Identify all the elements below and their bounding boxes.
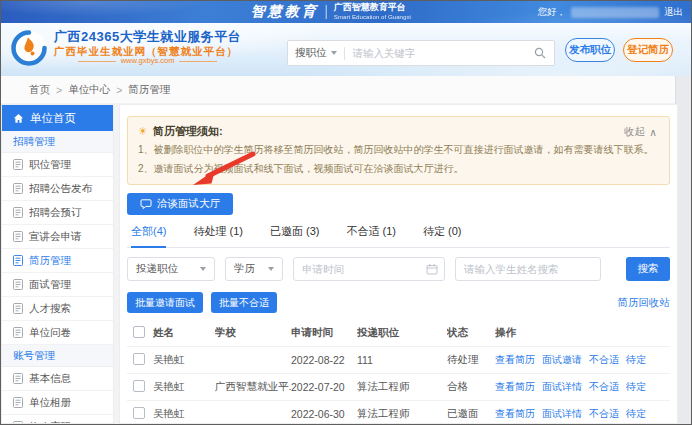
- apply-date-input[interactable]: [293, 257, 445, 281]
- document-icon: [13, 255, 23, 266]
- main-content: ☀ 简历管理须知: 收起 ∧ 1、被删除职位中的学生简历将移至简历回收站，简历回…: [119, 104, 678, 424]
- tab-item[interactable]: 待定 (0): [423, 224, 462, 247]
- document-icon: [13, 421, 23, 424]
- sidebar-item-label: 人才搜索: [29, 302, 71, 316]
- table-body: 吴艳虹2022-08-22111待处理查看简历面试邀请不合适待定吴艳虹广西智慧就…: [127, 346, 670, 424]
- action-link[interactable]: 面试详情: [542, 407, 582, 421]
- register-resume-button[interactable]: 登记简历: [623, 38, 673, 62]
- select-all-checkbox[interactable]: [133, 326, 145, 338]
- job-filter-select[interactable]: 投递职位: [127, 257, 215, 281]
- batch-invite-button[interactable]: 批量邀请面试: [127, 292, 203, 313]
- interview-lobby-label: 洽谈面试大厅: [157, 197, 220, 211]
- header-checkbox-cell: [127, 326, 153, 340]
- page: 智慧教育 广西智慧教育平台 Smart Education of Guangxi…: [0, 0, 692, 425]
- chevron-down-icon: [331, 51, 337, 55]
- row-checkbox[interactable]: [133, 353, 145, 365]
- column-header: 申请时间: [291, 326, 357, 340]
- student-name-input[interactable]: [455, 257, 601, 281]
- sidebar-item[interactable]: 简历管理: [2, 249, 113, 273]
- column-header: 操作: [495, 326, 670, 340]
- cell-actions: 查看简历面试详情不合适待定: [495, 380, 670, 394]
- chevron-down-icon: [268, 267, 274, 271]
- document-icon: [13, 207, 23, 218]
- sidebar-item-home[interactable]: 单位首页: [2, 105, 113, 131]
- cell-status: 待处理: [447, 353, 495, 367]
- site-header: 广西24365大学生就业服务平台 广西毕业生就业网（智慧就业平台） www.gx…: [1, 23, 691, 76]
- platform-name: 广西智慧教育平台: [334, 3, 415, 13]
- cell-position: 算法工程师: [357, 380, 447, 394]
- recycle-bin-link[interactable]: 简历回收站: [618, 296, 671, 310]
- sidebar-section-title: 招聘管理: [2, 131, 113, 153]
- row-checkbox[interactable]: [133, 407, 145, 419]
- action-link[interactable]: 待定: [626, 353, 646, 367]
- sidebar-item[interactable]: 职位管理: [2, 153, 113, 177]
- collapse-toggle[interactable]: 收起 ∧: [624, 125, 657, 139]
- chat-icon: [140, 198, 152, 210]
- cell-school: 广西智慧就业平...: [215, 380, 291, 394]
- action-link[interactable]: 面试邀请: [542, 353, 582, 367]
- logo-text: 广西24365大学生就业服务平台 广西毕业生就业网（智慧就业平台） www.gx…: [54, 30, 241, 66]
- document-icon: [13, 279, 23, 290]
- sidebar-item-label: 单位相册: [29, 396, 71, 410]
- sidebar-item[interactable]: 人才搜索: [2, 297, 113, 321]
- sidebar-item[interactable]: 招聘会预订: [2, 201, 113, 225]
- action-link[interactable]: 不合适: [589, 407, 619, 421]
- action-link[interactable]: 查看简历: [495, 353, 535, 367]
- action-link[interactable]: 查看简历: [495, 407, 535, 421]
- cell-date: 2022-08-22: [291, 354, 357, 366]
- column-header: 状态: [447, 326, 495, 340]
- sidebar-item[interactable]: 面试管理: [2, 273, 113, 297]
- action-link[interactable]: 待定: [626, 407, 646, 421]
- brand-divider: [326, 5, 327, 19]
- action-link[interactable]: 查看简历: [495, 380, 535, 394]
- search-icon[interactable]: [534, 47, 546, 59]
- table-row: 吴艳虹2022-06-30算法工程师已邀面查看简历面试详情不合适待定: [127, 400, 670, 424]
- notice-line-1: 1、被删除职位中的学生简历将移至简历回收站，简历回收站中的学生不可直接进行面试邀…: [138, 142, 659, 158]
- sidebar-item[interactable]: 单位相册: [2, 391, 113, 415]
- tab-item[interactable]: 待处理 (1): [193, 224, 243, 247]
- greeting-label: 您好，: [538, 6, 567, 19]
- sidebar-item[interactable]: 基本信息: [2, 367, 113, 391]
- cell-position: 算法工程师: [357, 407, 447, 421]
- breadcrumb-item[interactable]: 首页: [29, 83, 50, 97]
- tab-item[interactable]: 已邀面 (3): [270, 224, 320, 247]
- chevron-down-icon: [200, 267, 206, 271]
- action-link[interactable]: 待定: [626, 380, 646, 394]
- sidebar-item[interactable]: 宣讲会申请: [2, 225, 113, 249]
- sidebar-item-label: 宣讲会申请: [29, 230, 82, 244]
- tab-item[interactable]: 全部(4): [131, 224, 166, 248]
- row-checkbox[interactable]: [133, 380, 145, 392]
- action-link[interactable]: 面试详情: [542, 380, 582, 394]
- job-search-box: 搜职位: [287, 40, 555, 66]
- cell-actions: 查看简历面试详情不合适待定: [495, 407, 670, 421]
- chevron-up-icon: ∧: [649, 126, 657, 138]
- cell-name: 吴艳虹: [153, 407, 215, 421]
- tab-item[interactable]: 不合适 (1): [346, 224, 396, 247]
- breadcrumb-item[interactable]: 单位中心: [68, 83, 110, 97]
- sidebar-item[interactable]: 单位问卷: [2, 321, 113, 345]
- action-link[interactable]: 不合适: [589, 380, 619, 394]
- cell-date: 2022-06-30: [291, 408, 357, 420]
- sidebar-item[interactable]: 招聘公告发布: [2, 177, 113, 201]
- batch-unsuitable-button[interactable]: 批量不合适: [211, 292, 277, 313]
- row-checkbox-cell: [127, 380, 153, 394]
- keyword-input[interactable]: [345, 47, 535, 59]
- degree-filter-select[interactable]: 学历: [225, 257, 283, 281]
- brand-subtitle: 广西智慧教育平台 Smart Education of Guangxi: [334, 3, 415, 20]
- breadcrumb-item[interactable]: 简历管理: [128, 83, 170, 97]
- search-button[interactable]: 搜索: [626, 257, 670, 281]
- cell-name: 吴艳虹: [153, 353, 215, 367]
- search-category-dropdown[interactable]: 搜职位: [288, 46, 344, 60]
- job-filter-label: 投递职位: [136, 262, 178, 276]
- tabs: 全部(4)待处理 (1)已邀面 (3)不合适 (1)待定 (0): [127, 224, 670, 248]
- site-url: www.gxbys.com: [54, 57, 241, 66]
- publish-job-button[interactable]: 发布职位: [565, 38, 615, 62]
- logout-link[interactable]: 退出: [664, 6, 683, 19]
- interview-lobby-button[interactable]: 洽谈面试大厅: [127, 193, 233, 215]
- cell-date: 2022-07-20: [291, 381, 357, 393]
- degree-filter-label: 学历: [234, 262, 255, 276]
- column-header: 投递职位: [357, 326, 447, 340]
- sidebar-item[interactable]: 修改密码: [2, 415, 113, 424]
- sidebar-item-label: 招聘公告发布: [29, 182, 92, 196]
- action-link[interactable]: 不合适: [589, 353, 619, 367]
